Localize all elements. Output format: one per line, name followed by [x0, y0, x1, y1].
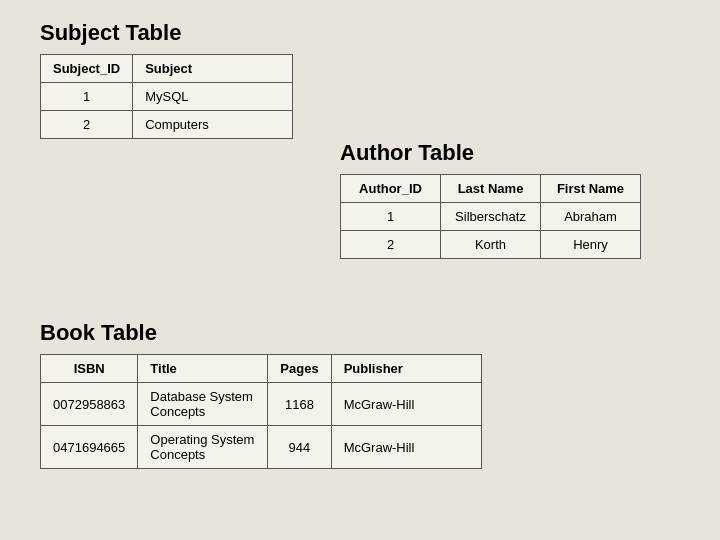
book-row1-pages: 1168 — [268, 383, 331, 426]
subject-row1-subject: MySQL — [133, 83, 293, 111]
book-table-section: Book Table ISBN Title Pages Publisher 00… — [40, 320, 482, 469]
table-row: 2 Computers — [41, 111, 293, 139]
book-row1-isbn: 0072958863 — [41, 383, 138, 426]
author-table-title: Author Table — [340, 140, 641, 166]
book-col-pages: Pages — [268, 355, 331, 383]
book-col-title: Title — [138, 355, 268, 383]
table-row: 1 MySQL — [41, 83, 293, 111]
book-row2-title: Operating System Concepts — [138, 426, 268, 469]
author-row2-id: 2 — [341, 231, 441, 259]
table-row: 1 Silberschatz Abraham — [341, 203, 641, 231]
book-col-isbn: ISBN — [41, 355, 138, 383]
book-row2-isbn: 0471694665 — [41, 426, 138, 469]
book-col-publisher: Publisher — [331, 355, 481, 383]
subject-col-subject: Subject — [133, 55, 293, 83]
table-row: 0072958863 Database System Concepts 1168… — [41, 383, 482, 426]
subject-row2-subject: Computers — [133, 111, 293, 139]
page: Subject Table Subject_ID Subject 1 MySQL… — [0, 0, 720, 540]
book-row1-title: Database System Concepts — [138, 383, 268, 426]
book-table-title: Book Table — [40, 320, 482, 346]
author-col-lastname: Last Name — [441, 175, 541, 203]
author-row2-lastname: Korth — [441, 231, 541, 259]
subject-table: Subject_ID Subject 1 MySQL 2 Computers — [40, 54, 293, 139]
subject-col-id: Subject_ID — [41, 55, 133, 83]
table-row: 0471694665 Operating System Concepts 944… — [41, 426, 482, 469]
author-col-id: Author_ID — [341, 175, 441, 203]
book-table: ISBN Title Pages Publisher 0072958863 Da… — [40, 354, 482, 469]
book-row2-pages: 944 — [268, 426, 331, 469]
author-table-section: Author Table Author_ID Last Name First N… — [340, 140, 641, 259]
table-row: 2 Korth Henry — [341, 231, 641, 259]
subject-row2-id: 2 — [41, 111, 133, 139]
book-row1-publisher: McGraw-Hill — [331, 383, 481, 426]
author-row1-id: 1 — [341, 203, 441, 231]
author-row2-firstname: Henry — [541, 231, 641, 259]
author-col-firstname: First Name — [541, 175, 641, 203]
subject-table-title: Subject Table — [40, 20, 293, 46]
subject-table-section: Subject Table Subject_ID Subject 1 MySQL… — [40, 20, 293, 139]
author-table: Author_ID Last Name First Name 1 Silbers… — [340, 174, 641, 259]
author-row1-firstname: Abraham — [541, 203, 641, 231]
author-row1-lastname: Silberschatz — [441, 203, 541, 231]
subject-row1-id: 1 — [41, 83, 133, 111]
book-row2-publisher: McGraw-Hill — [331, 426, 481, 469]
